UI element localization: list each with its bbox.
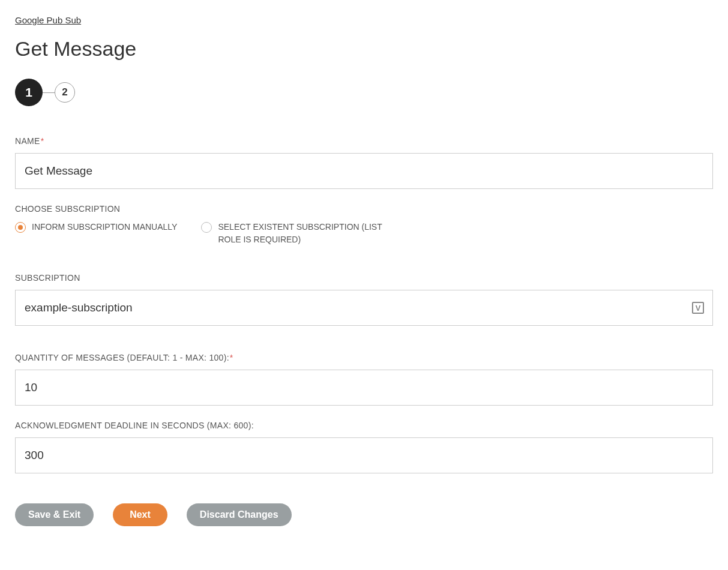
- choose-subscription-label: CHOOSE SUBSCRIPTION: [15, 204, 713, 214]
- radio-label-manual: INFORM SUBSCRIPTION MANUALLY: [32, 221, 177, 233]
- button-row: Save & Exit Next Discard Changes: [15, 503, 713, 526]
- subscription-input[interactable]: [15, 290, 713, 326]
- subscription-field-group: SUBSCRIPTION V: [15, 273, 713, 326]
- quantity-input[interactable]: [15, 370, 713, 406]
- ack-deadline-field-group: ACKNOWLEDGMENT DEADLINE IN SECONDS (MAX:…: [15, 421, 713, 473]
- radio-button-manual[interactable]: [15, 222, 26, 233]
- quantity-label-text: QUANTITY OF MESSAGES (DEFAULT: 1 - MAX: …: [15, 353, 229, 362]
- ack-deadline-label: ACKNOWLEDGMENT DEADLINE IN SECONDS (MAX:…: [15, 421, 713, 430]
- ack-deadline-input[interactable]: [15, 437, 713, 473]
- name-label: NAME*: [15, 136, 713, 146]
- name-field-group: NAME*: [15, 136, 713, 189]
- breadcrumb[interactable]: Google Pub Sub: [15, 15, 81, 25]
- name-label-text: NAME: [15, 136, 40, 146]
- page-title: Get Message: [15, 37, 713, 61]
- name-input[interactable]: [15, 153, 713, 189]
- required-asterisk: *: [230, 353, 233, 362]
- subscription-radio-group: INFORM SUBSCRIPTION MANUALLY SELECT EXIS…: [15, 221, 713, 246]
- stepper: 1 2: [15, 79, 713, 106]
- next-button[interactable]: Next: [113, 503, 167, 526]
- radio-button-existent[interactable]: [201, 222, 212, 233]
- radio-option-existent[interactable]: SELECT EXISTENT SUBSCRIPTION (LIST ROLE …: [201, 221, 393, 246]
- save-exit-button[interactable]: Save & Exit: [15, 503, 94, 526]
- radio-option-manual[interactable]: INFORM SUBSCRIPTION MANUALLY: [15, 221, 177, 246]
- quantity-field-group: QUANTITY OF MESSAGES (DEFAULT: 1 - MAX: …: [15, 353, 713, 406]
- step-connector: [43, 92, 55, 93]
- choose-subscription-group: CHOOSE SUBSCRIPTION INFORM SUBSCRIPTION …: [15, 204, 713, 246]
- discard-changes-button[interactable]: Discard Changes: [187, 503, 292, 526]
- radio-label-existent: SELECT EXISTENT SUBSCRIPTION (LIST ROLE …: [218, 221, 393, 246]
- required-asterisk: *: [41, 136, 44, 146]
- subscription-label: SUBSCRIPTION: [15, 273, 713, 283]
- step-1[interactable]: 1: [15, 79, 43, 106]
- step-2[interactable]: 2: [55, 82, 75, 103]
- quantity-label: QUANTITY OF MESSAGES (DEFAULT: 1 - MAX: …: [15, 353, 713, 362]
